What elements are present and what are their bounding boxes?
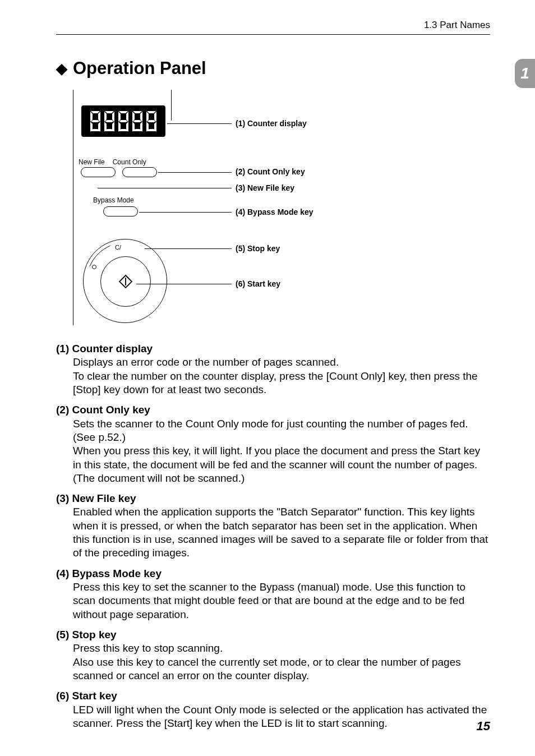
stop-key: C/: [83, 239, 167, 323]
callout-counter-display: (1) Counter display: [236, 119, 307, 128]
operation-panel-diagram: New File Count Only Bypass Mode C/ (1) C…: [73, 90, 490, 331]
desc-bypass-mode: (4) Bypass Mode key Press this key to se…: [56, 567, 490, 621]
desc-stop: (5) Stop key Press this key to stop scan…: [56, 628, 490, 683]
new-file-label: New File: [79, 158, 105, 166]
desc-count-only: (2) Count Only key Sets the scanner to t…: [56, 403, 490, 485]
page-number: 15: [477, 719, 490, 734]
desc-counter-display: (1) Counter display Displays an error co…: [56, 342, 490, 397]
callout-bypass-mode: (4) Bypass Mode key: [236, 208, 313, 216]
callout-new-file: (3) New File key: [236, 183, 294, 192]
callout-start: (6) Start key: [236, 279, 280, 288]
diamond-icon: ◆: [56, 60, 67, 77]
page-title: ◆ Operation Panel: [56, 58, 490, 79]
desc-new-file: (3) New File key Enabled when the applic…: [56, 492, 490, 560]
count-only-key: [122, 167, 157, 177]
start-icon: [118, 274, 133, 289]
section-breadcrumb: 1.3 Part Names: [424, 20, 490, 30]
led-icon: [92, 265, 96, 269]
bypass-mode-label: Bypass Mode: [93, 196, 134, 204]
callout-count-only: (2) Count Only key: [236, 167, 305, 176]
new-file-key: [81, 167, 116, 177]
chapter-tab: 1: [515, 59, 535, 88]
seven-segment-icon: [89, 110, 102, 132]
callout-stop: (5) Stop key: [236, 244, 280, 253]
counter-display: [81, 105, 165, 137]
bypass-mode-key: [103, 206, 138, 216]
start-key: [100, 256, 151, 307]
count-only-label: Count Only: [113, 158, 146, 166]
desc-start: (6) Start key LED will light when the Co…: [56, 689, 490, 730]
page-header: 1.3 Part Names: [56, 20, 490, 35]
descriptions: (1) Counter display Displays an error co…: [56, 342, 490, 730]
